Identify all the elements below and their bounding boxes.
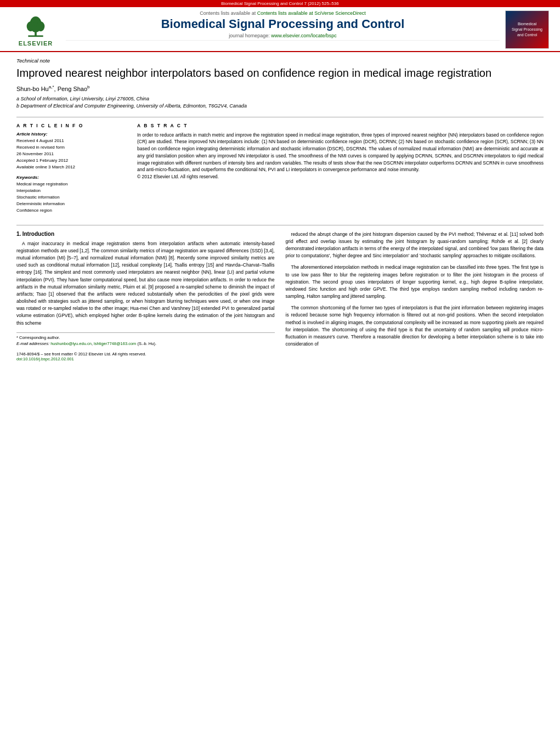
keywords-heading: Keywords: bbox=[16, 175, 126, 180]
email-attribution: (S.-b. Hu). bbox=[137, 341, 156, 346]
keyword-4: Deterministic information bbox=[16, 201, 126, 207]
corresponding-footnote: * Corresponding author. bbox=[16, 335, 275, 340]
copyright-notice: © 2012 Elsevier Ltd. All rights reserved… bbox=[137, 173, 544, 180]
elsevier-tree-icon bbox=[25, 10, 47, 38]
intro-paragraph-2: reduced the abrupt change of the joint h… bbox=[286, 231, 544, 260]
received-revised-label: Received in revised form bbox=[16, 144, 126, 151]
abstract-body: In order to reduce artifacts in match me… bbox=[137, 132, 544, 174]
keyword-3: Stochastic information bbox=[16, 194, 126, 201]
journal-citation: Biomedical Signal Processing and Control… bbox=[221, 1, 338, 6]
revised-date: 26 November 2011 bbox=[16, 151, 126, 157]
article-type-label: Technical note bbox=[16, 58, 544, 64]
intro-paragraph-4: The common shortcoming of the former two… bbox=[286, 304, 544, 348]
authors-line: Shun-bo Hua,*, Peng Shaob bbox=[16, 84, 544, 92]
homepage-bar: journal homepage: www.elsevier.com/locat… bbox=[66, 31, 500, 41]
elsevier-logo: ELSEVIER bbox=[11, 10, 60, 49]
intro-section-header: 1. Introduction bbox=[16, 231, 275, 237]
author-shao: Peng Shaob bbox=[58, 86, 90, 92]
keywords-section: Keywords: Medical image registration Int… bbox=[16, 175, 126, 214]
journal-name-heading: Biomedical Signal Processing and Control bbox=[66, 17, 500, 31]
homepage-url[interactable]: www.elsevier.com/locate/bspc bbox=[271, 33, 337, 38]
abstract-panel: A B S T R A C T In order to reduce artif… bbox=[137, 123, 544, 218]
keyword-5: Confidence region bbox=[16, 207, 126, 214]
keyword-1: Medical image registration bbox=[16, 181, 126, 188]
issn-text: 1746-8094/$ – see front matter © 2012 El… bbox=[16, 352, 275, 357]
author-hu: Shun-bo Hua,* bbox=[16, 86, 54, 92]
issn-bar: 1746-8094/$ – see front matter © 2012 El… bbox=[16, 352, 275, 361]
intro-paragraph-3: The aforementioned interpolation methods… bbox=[286, 264, 544, 300]
footnote-area: * Corresponding author. E-mail addresses… bbox=[16, 332, 275, 346]
doi-text: doi:10.1016/j.bspc.2012.02.001 bbox=[16, 357, 275, 361]
svg-point-3 bbox=[37, 21, 45, 31]
paper-title: Improved nearest neighbor interpolators … bbox=[16, 66, 544, 80]
keyword-2: Interpolation bbox=[16, 188, 126, 194]
intro-paragraph-1: A major inaccuracy in medical image regi… bbox=[16, 240, 275, 327]
received-date: Received 4 August 2011 bbox=[16, 138, 126, 144]
body-right-column: reduced the abrupt change of the joint h… bbox=[286, 231, 544, 361]
affiliation-a: a School of Information, Linyi Universit… bbox=[16, 95, 544, 103]
available-date: Available online 3 March 2012 bbox=[16, 164, 126, 171]
accepted-date: Accepted 1 February 2012 bbox=[16, 157, 126, 164]
history-heading: Article history: bbox=[16, 132, 126, 137]
article-info-panel: A R T I C L E I N F O Article history: R… bbox=[16, 123, 126, 218]
elsevier-wordmark: ELSEVIER bbox=[19, 40, 53, 47]
affiliation-b: b Department of Electrical and Computer … bbox=[16, 103, 544, 110]
body-left-column: 1. Introduction A major inaccuracy in me… bbox=[16, 231, 275, 361]
journal-top-bar: Biomedical Signal Processing and Control… bbox=[0, 0, 560, 7]
abstract-heading: A B S T R A C T bbox=[137, 123, 544, 128]
article-info-heading: A R T I C L E I N F O bbox=[16, 123, 126, 128]
svg-point-2 bbox=[27, 21, 35, 31]
journal-logo-box: Biomedical Signal Processing and Control bbox=[505, 10, 549, 49]
svg-rect-4 bbox=[28, 35, 43, 37]
email-2[interactable]: lshtiger7748@163.com bbox=[94, 341, 136, 346]
article-history-section: Article history: Received 4 August 2011 … bbox=[16, 132, 126, 171]
sciverse-link[interactable]: Contents lists available at SciVerse Sci… bbox=[257, 10, 366, 16]
affiliations: a School of Information, Linyi Universit… bbox=[16, 95, 544, 110]
email-1[interactable]: hushunbo@lyu.edu.cn bbox=[50, 341, 92, 346]
contents-list-line: Contents lists available at Contents lis… bbox=[66, 10, 500, 16]
email-footnote: E-mail addresses: hushunbo@lyu.edu.cn, l… bbox=[16, 341, 275, 346]
